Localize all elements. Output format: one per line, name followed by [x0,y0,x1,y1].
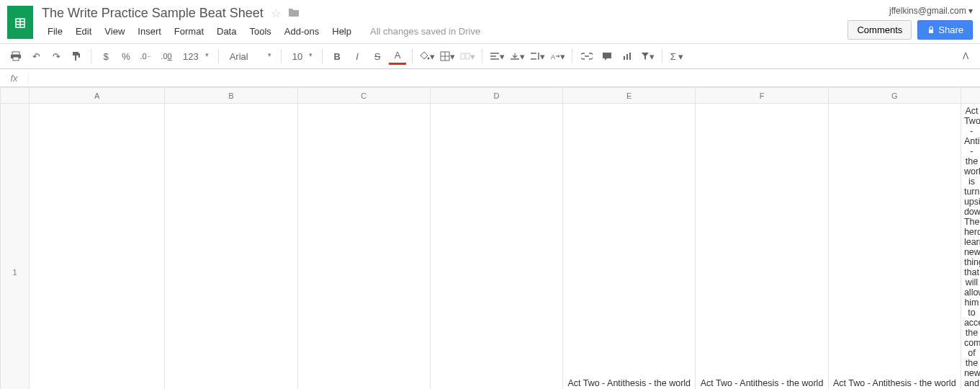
fx-label: fx [0,73,29,84]
menu-tools[interactable]: Tools [243,24,277,39]
cell[interactable]: Act One - Thesis - the World before the … [430,104,562,390]
menu-help[interactable]: Help [326,24,357,39]
toolbar-more-icon[interactable]: ᐱ [956,48,973,65]
col-header-H[interactable] [961,88,980,104]
share-button[interactable]: Share [917,20,973,40]
decrease-decimal-icon[interactable]: .0← [138,48,155,65]
strikethrough-icon[interactable]: S [369,48,386,65]
col-header-A[interactable]: A [30,88,165,104]
svg-rect-8 [13,57,19,61]
cell[interactable]: Act Two - Antithesis - the world is turn… [563,104,696,390]
number-format-select[interactable]: 123 [178,49,212,64]
undo-icon[interactable]: ↶ [27,48,45,65]
fill-color-icon[interactable]: ▾ [418,48,436,65]
borders-icon[interactable]: ▾ [439,48,456,65]
redo-icon[interactable]: ↷ [48,48,65,65]
col-header-B[interactable]: B [165,88,297,104]
vertical-align-icon[interactable]: ▾ [508,48,526,65]
svg-rect-28 [626,54,628,60]
format-percent[interactable]: % [117,48,135,65]
insert-comment-icon[interactable] [598,48,616,65]
menu-view[interactable]: View [99,24,130,39]
functions-icon[interactable]: Σ ▾ [668,48,685,65]
insert-chart-icon[interactable] [619,48,636,65]
star-icon[interactable]: ☆ [271,6,281,20]
menu-bar: File Edit View Insert Format Data Tools … [42,24,848,39]
svg-rect-26 [603,53,611,58]
toolbar: ↶ ↷ $ % .0← .00 123 Arial 10 B I S A ▾ ▾… [0,43,980,69]
cell[interactable]: Act Two - Antithesis - the world is turn… [961,104,980,390]
save-status: All changes saved in Drive [364,24,486,39]
sheets-logo[interactable] [7,6,33,39]
cell[interactable]: Act One - Thesis - the World before the … [165,104,297,390]
svg-rect-10 [78,53,80,58]
col-header-D[interactable]: D [430,88,562,104]
svg-text:A: A [551,53,555,61]
menu-format[interactable]: Format [168,24,210,39]
col-header-E[interactable]: E [563,88,696,104]
print-icon[interactable] [7,48,24,65]
col-header-C[interactable]: C [297,88,430,104]
svg-rect-9 [73,52,78,55]
paint-format-icon[interactable] [68,48,85,65]
filter-icon[interactable]: ▾ [639,48,656,65]
insert-link-icon[interactable] [578,48,595,65]
svg-rect-16 [461,53,464,59]
document-title[interactable]: The Write Practice Sample Beat Sheet [42,6,264,21]
increase-decimal-icon[interactable]: .00 [158,48,175,65]
cell[interactable]: Act Two - Antithesis - the world is turn… [828,104,961,390]
cell[interactable]: Act One - Thesis - the World before the … [297,104,430,390]
folder-icon[interactable] [288,6,300,21]
text-color-icon[interactable]: A [389,48,406,65]
menu-edit[interactable]: Edit [70,24,97,39]
svg-rect-27 [624,56,625,60]
col-header-F[interactable]: F [696,88,828,104]
font-size-select[interactable]: 10 [287,49,316,64]
formula-bar: fx [0,69,980,87]
cell[interactable]: Act Two - Antithesis - the world is turn… [696,104,828,390]
select-all-corner[interactable] [1,88,30,104]
text-wrap-icon[interactable]: ▾ [529,48,546,65]
svg-rect-11 [75,55,76,61]
svg-rect-17 [466,53,469,59]
comments-button[interactable]: Comments [848,20,912,40]
font-family-select[interactable]: Arial [225,49,275,64]
spreadsheet-grid[interactable]: A B C D E F G 1Story SectionAct One - Th… [0,87,980,389]
menu-file[interactable]: File [42,24,68,39]
svg-rect-5 [929,30,933,33]
horizontal-align-icon[interactable]: ▾ [488,48,505,65]
format-currency[interactable]: $ [97,48,114,65]
menu-addons[interactable]: Add-ons [279,24,325,39]
user-email[interactable]: jffelkins@gmail.com ▾ [848,6,973,16]
svg-rect-29 [629,53,631,60]
title-bar: The Write Practice Sample Beat Sheet ☆ F… [0,0,980,43]
formula-input[interactable] [29,69,980,86]
svg-rect-6 [12,52,19,55]
text-rotation-icon[interactable]: A▾ [549,48,566,65]
merge-cells-icon[interactable]: ▾ [459,48,476,65]
col-header-G[interactable]: G [828,88,961,104]
cell[interactable]: Story Section [30,104,165,390]
menu-data[interactable]: Data [211,24,242,39]
bold-icon[interactable]: B [328,48,346,65]
row-header[interactable]: 1 [1,104,30,390]
italic-icon[interactable]: I [349,48,366,65]
svg-point-12 [427,58,429,60]
menu-insert[interactable]: Insert [132,24,167,39]
